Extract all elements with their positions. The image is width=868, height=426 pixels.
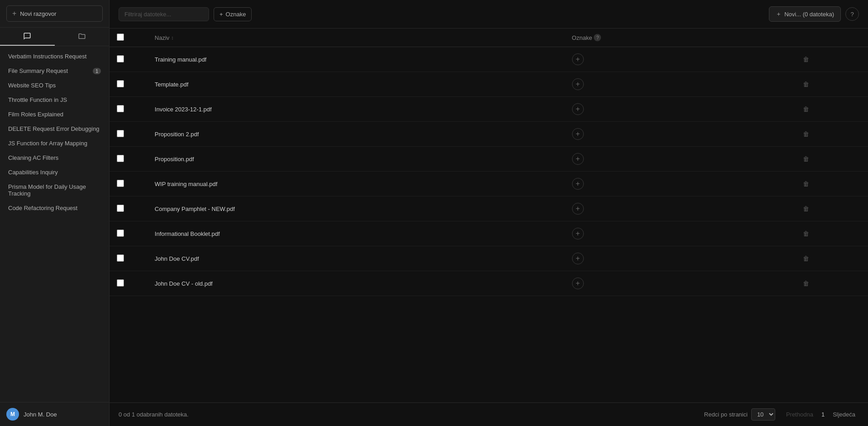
row-tags-cell: + xyxy=(565,271,792,296)
table-row: John Doe CV - old.pdf+🗑 xyxy=(110,271,868,296)
delete-file-button[interactable]: 🗑 xyxy=(799,104,813,115)
file-name-label: Training manual.pdf xyxy=(155,56,206,63)
sort-icon[interactable]: ↕ xyxy=(171,35,174,40)
header-actions xyxy=(792,29,868,47)
add-tag-button[interactable]: + xyxy=(572,103,584,115)
files-table: Naziv ↕ Oznake ? Training manual.pdf+🗑Te… xyxy=(110,29,868,296)
file-name-label: Proposition 2.pdf xyxy=(155,131,199,138)
table-row: John Doe CV.pdf+🗑 xyxy=(110,246,868,271)
sidebar-item[interactable]: Film Roles Explained xyxy=(2,107,107,121)
tab-files[interactable] xyxy=(55,28,110,46)
row-checkbox-cell xyxy=(110,172,148,196)
footer-right: Redci po stranici 10 20 50 Prethodna 1 S… xyxy=(704,408,859,421)
add-tag-button[interactable]: + xyxy=(572,78,584,90)
sidebar-item[interactable]: Verbatim Instructions Request xyxy=(2,49,107,63)
sidebar-item[interactable]: Capabilities Inquiry xyxy=(2,165,107,179)
delete-file-button[interactable]: 🗑 xyxy=(799,278,813,289)
sidebar-list: Verbatim Instructions RequestFile Summar… xyxy=(0,46,109,402)
sidebar-item-label: JS Function for Array Mapping xyxy=(8,140,87,147)
sidebar-item[interactable]: JS Function for Array Mapping xyxy=(2,136,107,150)
add-tag-button[interactable]: + xyxy=(572,53,584,65)
row-tags-cell: + xyxy=(565,97,792,122)
table-footer: 0 od 1 odabranih datoteka. Redci po stra… xyxy=(110,402,868,426)
sidebar-item-label: Throttle Function in JS xyxy=(8,96,67,103)
table-row: Invoice 2023-12-1.pdf+🗑 xyxy=(110,97,868,122)
row-delete-cell: 🗑 xyxy=(792,221,868,246)
delete-file-button[interactable]: 🗑 xyxy=(799,129,813,139)
row-checkbox-cell xyxy=(110,246,148,271)
add-tag-button[interactable]: + xyxy=(572,153,584,165)
sidebar-item-label: Film Roles Explained xyxy=(8,111,63,118)
add-tag-button[interactable]: + xyxy=(572,228,584,239)
row-checkbox[interactable] xyxy=(117,105,124,112)
row-file-name: Proposition.pdf xyxy=(148,147,565,172)
table-row: Proposition.pdf+🗑 xyxy=(110,147,868,172)
delete-file-button[interactable]: 🗑 xyxy=(799,178,813,189)
sidebar-item[interactable]: Code Refactoring Request xyxy=(2,201,107,215)
add-tag-button[interactable]: + xyxy=(572,203,584,215)
row-checkbox[interactable] xyxy=(117,55,124,62)
selected-info-label: 0 od 1 odabranih datoteka. xyxy=(119,411,189,418)
file-name-label: John Doe CV - old.pdf xyxy=(155,280,213,287)
sidebar-tabs xyxy=(0,28,109,46)
delete-file-button[interactable]: 🗑 xyxy=(799,253,813,264)
tags-button[interactable]: + Oznake xyxy=(214,7,252,21)
add-tag-button[interactable]: + xyxy=(572,128,584,140)
row-checkbox[interactable] xyxy=(117,230,124,237)
delete-file-button[interactable]: 🗑 xyxy=(799,228,813,239)
row-delete-cell: 🗑 xyxy=(792,196,868,221)
sidebar-item[interactable]: File Summary Request1 xyxy=(2,64,107,78)
row-checkbox[interactable] xyxy=(117,130,124,137)
row-file-name: Template.pdf xyxy=(148,72,565,97)
sidebar: + Novi razgovor Verbatim Instructions Re… xyxy=(0,0,110,426)
sidebar-item-label: Prisma Model for Daily Usage Tracking xyxy=(8,183,101,197)
row-tags-cell: + xyxy=(565,47,792,72)
table-row: Proposition 2.pdf+🗑 xyxy=(110,122,868,147)
help-icon: ? xyxy=(850,11,854,18)
sidebar-item[interactable]: Website SEO Tips xyxy=(2,78,107,92)
next-page-button[interactable]: Sljedeća xyxy=(829,409,859,420)
row-file-name: Informational Booklet.pdf xyxy=(148,221,565,246)
row-checkbox[interactable] xyxy=(117,205,124,212)
tab-chat[interactable] xyxy=(0,28,55,46)
row-file-name: Invoice 2023-12-1.pdf xyxy=(148,97,565,122)
row-checkbox[interactable] xyxy=(117,80,124,87)
select-all-checkbox[interactable] xyxy=(117,34,124,41)
sidebar-item[interactable]: Throttle Function in JS xyxy=(2,93,107,107)
delete-file-button[interactable]: 🗑 xyxy=(799,203,813,214)
add-tag-button[interactable]: + xyxy=(572,253,584,264)
delete-file-button[interactable]: 🗑 xyxy=(799,79,813,90)
help-button[interactable]: ? xyxy=(845,7,859,21)
rows-per-page-select[interactable]: 10 20 50 xyxy=(751,408,775,421)
tags-help-icon[interactable]: ? xyxy=(594,34,601,41)
add-tag-button[interactable]: + xyxy=(572,278,584,289)
row-tags-cell: + xyxy=(565,196,792,221)
row-checkbox[interactable] xyxy=(117,254,124,262)
new-conversation-label: Novi razgovor xyxy=(20,10,56,17)
table-row: Template.pdf+🗑 xyxy=(110,72,868,97)
sidebar-item[interactable]: DELETE Request Error Debugging xyxy=(2,122,107,136)
row-delete-cell: 🗑 xyxy=(792,72,868,97)
footer-selected-info: 0 od 1 odabranih datoteka. xyxy=(119,411,189,418)
add-tag-button[interactable]: + xyxy=(572,178,584,190)
file-name-label: Company Pamphlet - NEW.pdf xyxy=(155,206,235,212)
sidebar-item-label: File Summary Request xyxy=(8,67,68,74)
file-name-label: John Doe CV.pdf xyxy=(155,255,199,262)
upload-button[interactable]: ＋ Novi... (0 datoteka) xyxy=(769,6,841,22)
filter-input[interactable] xyxy=(119,7,209,21)
delete-file-button[interactable]: 🗑 xyxy=(799,153,813,164)
sidebar-item[interactable]: Cleaning AC Filters xyxy=(2,151,107,165)
col-tags-label: Oznake xyxy=(572,34,592,41)
row-checkbox[interactable] xyxy=(117,279,124,287)
sidebar-item[interactable]: Prisma Model for Daily Usage Tracking xyxy=(2,180,107,201)
row-checkbox[interactable] xyxy=(117,155,124,162)
row-checkbox-cell xyxy=(110,271,148,296)
delete-file-button[interactable]: 🗑 xyxy=(799,54,813,65)
tags-label: Oznake xyxy=(226,11,246,18)
current-page-label: 1 xyxy=(821,411,825,418)
prev-page-button[interactable]: Prethodna xyxy=(782,409,817,420)
new-conversation-button[interactable]: + Novi razgovor xyxy=(6,5,103,22)
row-delete-cell: 🗑 xyxy=(792,97,868,122)
sidebar-item-label: Code Refactoring Request xyxy=(8,205,77,211)
row-checkbox[interactable] xyxy=(117,180,124,187)
